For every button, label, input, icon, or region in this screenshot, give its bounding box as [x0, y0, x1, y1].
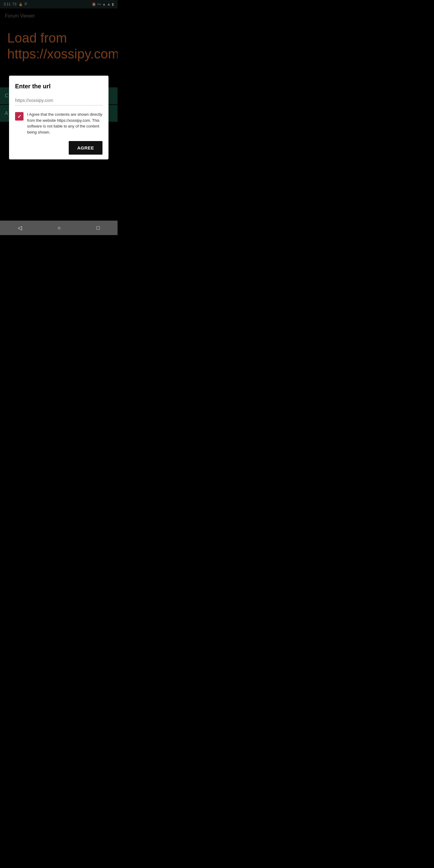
nav-bar: ◁ ○ □: [0, 221, 118, 235]
url-dialog: Enter the url ✓ I Agree that the content…: [9, 76, 108, 159]
back-button[interactable]: ◁: [12, 222, 28, 234]
agree-checkbox[interactable]: ✓: [15, 112, 24, 121]
home-button[interactable]: ○: [52, 222, 67, 234]
dialog-overlay: Enter the url ✓ I Agree that the content…: [0, 0, 118, 235]
agree-button[interactable]: AGREE: [69, 141, 102, 155]
dialog-actions: AGREE: [15, 141, 102, 155]
url-input[interactable]: [15, 96, 102, 105]
agree-disclaimer-text: I Agree that the contents are shown dire…: [27, 112, 102, 135]
recent-button[interactable]: □: [90, 222, 106, 234]
agree-checkbox-row: ✓ I Agree that the contents are shown di…: [15, 112, 102, 135]
checkmark-icon: ✓: [18, 114, 22, 119]
dialog-title: Enter the url: [15, 83, 102, 90]
